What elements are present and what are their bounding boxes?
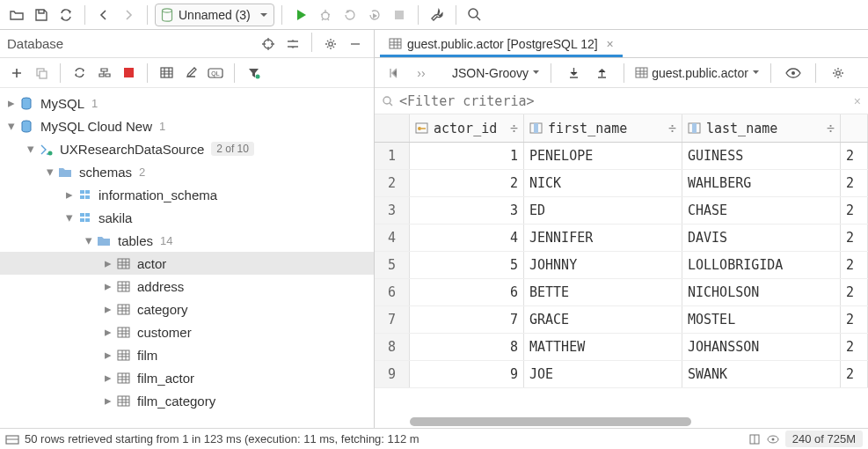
col-header-first-name[interactable]: first_name ÷ [524, 114, 682, 142]
cell-overflow[interactable]: 2 [841, 143, 868, 169]
export-icon[interactable] [590, 62, 613, 85]
scroll-thumb[interactable] [410, 417, 691, 426]
collapse-icon[interactable]: ▾ [25, 141, 37, 157]
cell-last-name[interactable]: DAVIS [682, 224, 841, 251]
run-config-icon[interactable] [363, 4, 386, 26]
tree-node-table-film-category[interactable]: ▸film_category [0, 389, 374, 412]
minimize-icon[interactable] [344, 33, 367, 55]
caret-icon[interactable] [748, 433, 761, 445]
table-row[interactable]: 99JOESWANK2 [375, 361, 868, 388]
eye-icon[interactable] [782, 62, 805, 85]
commit-icon[interactable] [766, 433, 780, 445]
cell-last-name[interactable]: NICHOLSON [682, 279, 841, 305]
cell-first-name[interactable]: JOHNNY [524, 252, 682, 278]
search-icon[interactable] [463, 4, 486, 26]
cell-first-name[interactable]: GRACE [524, 306, 682, 333]
cell-actor-id[interactable]: 5 [410, 252, 524, 278]
expand-icon[interactable]: ▸ [102, 301, 114, 317]
sort-icon[interactable]: ÷ [827, 121, 835, 136]
cell-first-name[interactable]: BETTE [524, 279, 682, 305]
cell-actor-id[interactable]: 8 [410, 334, 524, 360]
filter-icon[interactable] [242, 62, 265, 85]
tree-node-table-address[interactable]: ▸address [0, 275, 374, 298]
cell-first-name[interactable]: JOE [524, 361, 682, 387]
table-row[interactable]: 55JOHNNYLOLLOBRIGIDA2 [375, 252, 868, 279]
cell-actor-id[interactable]: 1 [410, 143, 524, 169]
table-row[interactable]: 44JENNIFERDAVIS2 [375, 224, 868, 252]
tree-node-table-category[interactable]: ▸category [0, 298, 374, 320]
save-all-icon[interactable] [30, 4, 53, 26]
run-rerun-icon[interactable] [339, 4, 361, 26]
cell-actor-id[interactable]: 7 [410, 306, 524, 333]
table-row[interactable]: 88MATTHEWJOHANSSON2 [375, 334, 868, 361]
edit-icon[interactable] [179, 62, 202, 85]
sort-icon[interactable]: ÷ [510, 121, 518, 136]
data-source-combo[interactable]: Unnamed (3) [155, 4, 274, 26]
tree-node-mysql[interactable]: ▸ MySQL 1 [0, 92, 374, 114]
tree-node-tables[interactable]: ▾ tables 14 [0, 229, 374, 252]
expand-icon[interactable]: ▸ [102, 255, 114, 271]
collapse-icon[interactable]: ▾ [83, 232, 95, 248]
tree-node-schemas[interactable]: ▾ schemas 2 [0, 160, 374, 183]
cell-overflow[interactable]: 2 [841, 306, 868, 333]
cell-last-name[interactable]: LOLLOBRIGIDA [682, 252, 841, 278]
expand-icon[interactable]: ▸ [5, 95, 18, 111]
cell-overflow[interactable]: 2 [841, 252, 868, 278]
col-header-last-name[interactable]: last_name ÷ [682, 114, 841, 142]
tree-node-ux-datasource[interactable]: ▾ UXResearchDataSource 2 of 10 [0, 137, 374, 160]
cell-last-name[interactable]: JOHANSSON [682, 334, 841, 360]
add-icon[interactable] [5, 62, 28, 85]
refresh-icon[interactable] [68, 62, 91, 85]
first-page-icon[interactable] [382, 62, 405, 85]
cell-last-name[interactable]: SWANK [682, 361, 841, 387]
cell-last-name[interactable]: GUINESS [682, 143, 841, 169]
expand-icon[interactable]: ▸ [63, 187, 76, 202]
tree-node-table-customer[interactable]: ▸customer [0, 320, 374, 343]
wrench-icon[interactable] [426, 4, 449, 26]
table-icon[interactable] [155, 62, 178, 85]
schema-icon[interactable] [92, 62, 115, 85]
cell-first-name[interactable]: PENELOPE [524, 143, 682, 169]
horizontal-scrollbar[interactable] [410, 416, 868, 428]
breadcrumb-combo[interactable]: guest.public.actor [635, 66, 760, 80]
collapse-icon[interactable]: ▾ [44, 164, 56, 180]
tree-node-table-film-actor[interactable]: ▸film_actor [0, 366, 374, 389]
debug-icon[interactable] [314, 4, 337, 26]
sort-icon[interactable]: ÷ [668, 121, 676, 136]
target-icon[interactable] [257, 33, 280, 55]
more-icon[interactable]: ›› [410, 62, 433, 85]
stop-red-icon[interactable] [117, 62, 140, 85]
expand-icon[interactable]: ▸ [102, 393, 114, 409]
cell-last-name[interactable]: MOSTEL [682, 306, 841, 333]
cell-overflow[interactable]: 2 [841, 224, 868, 251]
expand-icon[interactable]: ▸ [102, 347, 114, 363]
cell-actor-id[interactable]: 4 [410, 224, 524, 251]
table-row[interactable]: 33EDCHASE2 [375, 197, 868, 224]
import-icon[interactable] [562, 62, 585, 85]
filter-input[interactable] [399, 93, 849, 109]
memory-indicator[interactable]: 240 of 725M [785, 431, 863, 447]
cell-first-name[interactable]: NICK [524, 170, 682, 196]
editor-tab[interactable]: guest.public.actor [PostgreSQL 12] × [380, 33, 623, 57]
run-icon[interactable] [289, 4, 312, 26]
gear-icon[interactable] [319, 33, 342, 55]
tree-node-sakila[interactable]: ▾ sakila [0, 206, 374, 229]
sync-icon[interactable] [55, 4, 77, 26]
expand-icon[interactable]: ▸ [102, 324, 114, 340]
copy-icon[interactable] [30, 62, 53, 85]
cell-last-name[interactable]: WAHLBERG [682, 170, 841, 196]
table-row[interactable]: 77GRACEMOSTEL2 [375, 306, 868, 334]
cell-last-name[interactable]: CHASE [682, 197, 841, 224]
col-header-actor-id[interactable]: actor_id ÷ [410, 114, 524, 142]
expand-icon[interactable]: ▸ [102, 370, 114, 386]
expand-icon[interactable]: ▸ [102, 278, 114, 294]
forward-icon[interactable] [117, 4, 140, 26]
cell-actor-id[interactable]: 6 [410, 279, 524, 305]
grid-body[interactable]: 11PENELOPEGUINESS222NICKWAHLBERG233EDCHA… [375, 143, 868, 428]
cell-overflow[interactable]: 2 [841, 361, 868, 387]
close-icon[interactable]: × [607, 37, 614, 51]
folder-open-icon[interactable] [5, 4, 28, 26]
stop-icon[interactable] [388, 4, 411, 26]
settings-icon[interactable] [827, 62, 850, 85]
cell-actor-id[interactable]: 9 [410, 361, 524, 387]
